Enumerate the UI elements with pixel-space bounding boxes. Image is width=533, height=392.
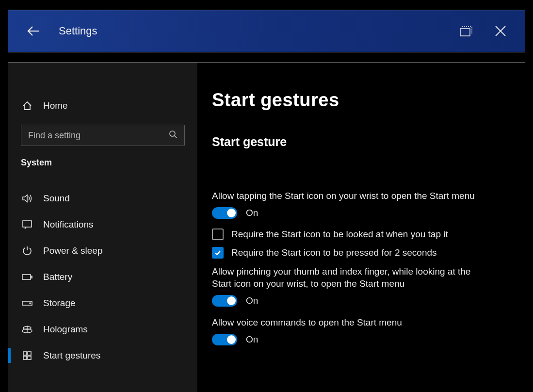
search-box[interactable] <box>21 125 185 146</box>
sidebar-item-label: Storage <box>43 298 76 309</box>
home-icon <box>21 99 33 112</box>
follow-me-button[interactable] <box>452 20 481 42</box>
check-require-press: Require the Start icon to be pressed for… <box>212 247 502 259</box>
window-title: Settings <box>59 25 97 37</box>
sidebar-item-label: Battery <box>43 272 72 282</box>
settings-body: Home System <box>8 62 525 392</box>
svg-rect-8 <box>31 276 32 278</box>
sidebar-item-label: Power & sleep <box>43 245 103 256</box>
sidebar-item-label: Sound <box>43 193 70 204</box>
setting-allow-voice: Allow voice commands to open the Start m… <box>212 316 502 345</box>
sidebar-search <box>21 125 185 146</box>
setting-label: Allow pinching your thumb and index fing… <box>212 265 484 290</box>
toggle-knob <box>227 335 236 344</box>
back-button[interactable] <box>23 20 44 42</box>
checkbox-label: Require the Start icon to be pressed for… <box>231 247 437 258</box>
check-require-look: Require the Start icon to be looked at w… <box>212 229 502 240</box>
toggle-state: On <box>246 295 258 306</box>
sidebar-item-notifications[interactable]: Notifications <box>21 212 185 238</box>
setting-allow-tapping: Allow tapping the Start icon on your wri… <box>212 190 502 219</box>
sidebar-item-power-sleep[interactable]: Power & sleep <box>21 238 185 264</box>
power-icon <box>21 245 33 257</box>
svg-point-10 <box>30 303 31 304</box>
svg-rect-14 <box>23 352 27 355</box>
storage-icon <box>21 297 33 310</box>
sidebar-item-label: Start gestures <box>43 350 100 361</box>
svg-rect-1 <box>460 29 470 36</box>
sidebar-item-sound[interactable]: Sound <box>21 185 185 212</box>
checkbox-label: Require the Start icon to be looked at w… <box>231 229 448 240</box>
follow-me-icon <box>458 24 475 38</box>
sidebar-item-holograms[interactable]: Holograms <box>21 316 185 343</box>
setting-label: Allow voice commands to open the Start m… <box>212 316 484 329</box>
svg-rect-6 <box>23 221 32 227</box>
sidebar-category: System <box>21 155 185 175</box>
titlebar: Settings <box>8 10 525 52</box>
arrow-left-icon <box>26 24 41 38</box>
setting-allow-pinching: Allow pinching your thumb and index fing… <box>212 265 502 307</box>
sound-icon <box>21 192 33 205</box>
svg-rect-7 <box>22 275 31 279</box>
sidebar-item-battery[interactable]: Battery <box>21 264 185 290</box>
close-icon <box>494 25 507 37</box>
toggle-state: On <box>246 208 258 218</box>
toggle-knob <box>227 296 236 305</box>
battery-icon <box>21 271 33 283</box>
sidebar-home[interactable]: Home <box>21 93 185 119</box>
sidebar-item-label: Home <box>43 100 68 111</box>
checkmark-icon <box>214 249 222 257</box>
close-button[interactable] <box>486 20 515 42</box>
svg-line-5 <box>175 136 177 138</box>
checkbox-require-press[interactable] <box>212 247 224 259</box>
search-icon <box>169 130 178 141</box>
svg-rect-16 <box>23 356 27 359</box>
sidebar-item-label: Notifications <box>43 219 94 230</box>
holograms-icon <box>21 323 33 336</box>
sidebar: Home System <box>8 63 197 392</box>
svg-rect-17 <box>28 356 31 359</box>
start-gestures-icon <box>21 349 33 362</box>
toggle-allow-voice[interactable] <box>212 334 237 345</box>
toggle-state: On <box>246 334 258 345</box>
checkbox-require-look[interactable] <box>212 229 224 240</box>
search-input[interactable] <box>28 131 169 141</box>
page-title: Start gestures <box>212 90 502 111</box>
svg-rect-15 <box>28 352 31 355</box>
setting-label: Allow tapping the Start icon on your wri… <box>212 190 484 202</box>
sidebar-item-label: Holograms <box>43 324 88 335</box>
toggle-allow-tapping[interactable] <box>212 207 237 219</box>
svg-point-4 <box>170 131 175 136</box>
section-title: Start gesture <box>212 135 502 149</box>
sidebar-item-start-gestures[interactable]: Start gestures <box>21 343 185 369</box>
main-content: Start gestures Start gesture Allow tappi… <box>197 63 525 392</box>
toggle-knob <box>227 209 236 217</box>
sidebar-item-storage[interactable]: Storage <box>21 290 185 316</box>
notifications-icon <box>21 218 33 231</box>
toggle-allow-pinching[interactable] <box>212 295 237 307</box>
